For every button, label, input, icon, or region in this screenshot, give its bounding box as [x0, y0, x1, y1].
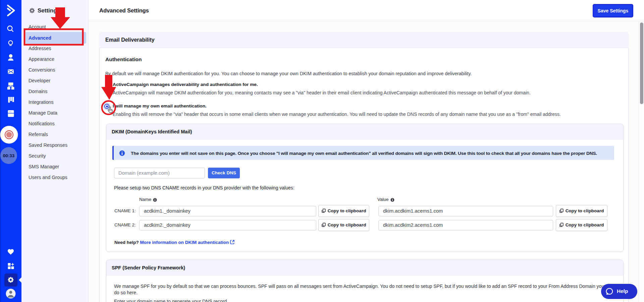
- svg-text:00:33: 00:33: [3, 153, 15, 158]
